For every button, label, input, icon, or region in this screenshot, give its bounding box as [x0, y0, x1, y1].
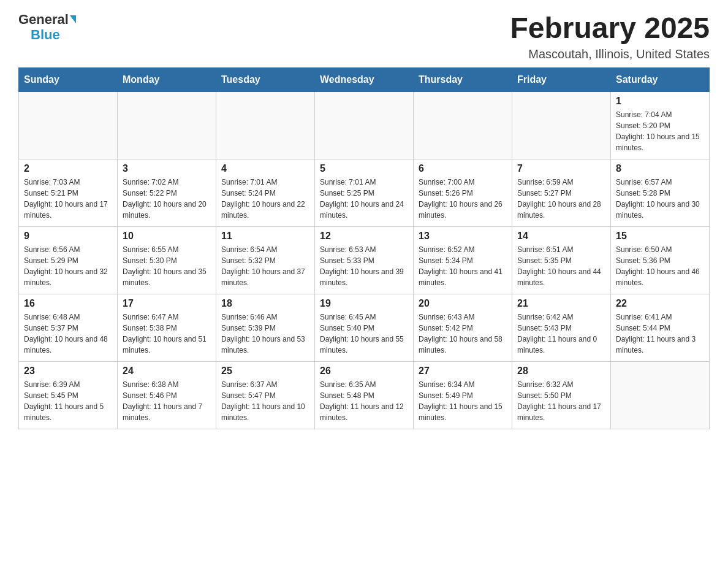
- day-number: 17: [123, 298, 211, 309]
- day-number: 28: [517, 366, 605, 377]
- day-info: Sunrise: 7:03 AM Sunset: 5:21 PM Dayligh…: [24, 177, 112, 221]
- calendar-day-cell: 10Sunrise: 6:55 AM Sunset: 5:30 PM Dayli…: [118, 226, 216, 294]
- calendar-day-cell: 27Sunrise: 6:34 AM Sunset: 5:49 PM Dayli…: [414, 361, 512, 429]
- weekday-header-sunday: Sunday: [19, 67, 118, 91]
- day-info: Sunrise: 6:51 AM Sunset: 5:35 PM Dayligh…: [517, 244, 605, 288]
- calendar-day-cell: 15Sunrise: 6:50 AM Sunset: 5:36 PM Dayli…: [611, 226, 710, 294]
- calendar-day-cell: 20Sunrise: 6:43 AM Sunset: 5:42 PM Dayli…: [414, 294, 512, 361]
- day-number: 8: [616, 163, 704, 174]
- title-block: February 2025 Mascoutah, Illinois, Unite…: [510, 12, 710, 61]
- calendar-day-cell: [118, 91, 216, 159]
- day-number: 14: [517, 231, 605, 242]
- calendar-location: Mascoutah, Illinois, United States: [510, 47, 710, 61]
- day-number: 24: [123, 366, 211, 377]
- day-info: Sunrise: 6:47 AM Sunset: 5:38 PM Dayligh…: [123, 312, 211, 356]
- day-number: 15: [616, 231, 704, 242]
- day-info: Sunrise: 6:43 AM Sunset: 5:42 PM Dayligh…: [419, 312, 507, 356]
- day-info: Sunrise: 6:37 AM Sunset: 5:47 PM Dayligh…: [221, 379, 309, 423]
- calendar-day-cell: 9Sunrise: 6:56 AM Sunset: 5:29 PM Daylig…: [19, 226, 118, 294]
- calendar-day-cell: 26Sunrise: 6:35 AM Sunset: 5:48 PM Dayli…: [315, 361, 414, 429]
- calendar-day-cell: 16Sunrise: 6:48 AM Sunset: 5:37 PM Dayli…: [19, 294, 118, 361]
- day-number: 20: [419, 298, 507, 309]
- calendar-day-cell: [216, 91, 315, 159]
- day-number: 27: [419, 366, 507, 377]
- day-number: 21: [517, 298, 605, 309]
- calendar-day-cell: [19, 91, 118, 159]
- day-info: Sunrise: 6:45 AM Sunset: 5:40 PM Dayligh…: [320, 312, 408, 356]
- logo: General Blue: [18, 12, 76, 43]
- day-info: Sunrise: 6:38 AM Sunset: 5:46 PM Dayligh…: [123, 379, 211, 423]
- day-info: Sunrise: 6:56 AM Sunset: 5:29 PM Dayligh…: [24, 244, 112, 288]
- day-number: 22: [616, 298, 704, 309]
- page-header: General Blue February 2025 Mascoutah, Il…: [18, 12, 710, 61]
- day-info: Sunrise: 6:52 AM Sunset: 5:34 PM Dayligh…: [419, 244, 507, 288]
- day-number: 5: [320, 163, 408, 174]
- calendar-day-cell: 24Sunrise: 6:38 AM Sunset: 5:46 PM Dayli…: [118, 361, 216, 429]
- calendar-day-cell: 4Sunrise: 7:01 AM Sunset: 5:24 PM Daylig…: [216, 159, 315, 226]
- day-info: Sunrise: 6:53 AM Sunset: 5:33 PM Dayligh…: [320, 244, 408, 288]
- calendar-day-cell: 19Sunrise: 6:45 AM Sunset: 5:40 PM Dayli…: [315, 294, 414, 361]
- calendar-week-row: 16Sunrise: 6:48 AM Sunset: 5:37 PM Dayli…: [19, 294, 710, 361]
- calendar-day-cell: 5Sunrise: 7:01 AM Sunset: 5:25 PM Daylig…: [315, 159, 414, 226]
- weekday-header-saturday: Saturday: [611, 67, 710, 91]
- calendar-day-cell: 18Sunrise: 6:46 AM Sunset: 5:39 PM Dayli…: [216, 294, 315, 361]
- calendar-day-cell: 17Sunrise: 6:47 AM Sunset: 5:38 PM Dayli…: [118, 294, 216, 361]
- calendar-week-row: 2Sunrise: 7:03 AM Sunset: 5:21 PM Daylig…: [19, 159, 710, 226]
- day-info: Sunrise: 7:04 AM Sunset: 5:20 PM Dayligh…: [616, 109, 704, 153]
- day-number: 12: [320, 231, 408, 242]
- day-info: Sunrise: 6:48 AM Sunset: 5:37 PM Dayligh…: [24, 312, 112, 356]
- calendar-day-cell: 28Sunrise: 6:32 AM Sunset: 5:50 PM Dayli…: [512, 361, 611, 429]
- calendar-week-row: 9Sunrise: 6:56 AM Sunset: 5:29 PM Daylig…: [19, 226, 710, 294]
- calendar-day-cell: 14Sunrise: 6:51 AM Sunset: 5:35 PM Dayli…: [512, 226, 611, 294]
- calendar-day-cell: 1Sunrise: 7:04 AM Sunset: 5:20 PM Daylig…: [611, 91, 710, 159]
- day-number: 16: [24, 298, 112, 309]
- calendar-day-cell: 8Sunrise: 6:57 AM Sunset: 5:28 PM Daylig…: [611, 159, 710, 226]
- day-number: 23: [24, 366, 112, 377]
- calendar-title: February 2025: [510, 12, 710, 45]
- calendar-day-cell: 7Sunrise: 6:59 AM Sunset: 5:27 PM Daylig…: [512, 159, 611, 226]
- calendar-table: SundayMondayTuesdayWednesdayThursdayFrid…: [18, 67, 710, 429]
- calendar-day-cell: [414, 91, 512, 159]
- day-info: Sunrise: 7:00 AM Sunset: 5:26 PM Dayligh…: [419, 177, 507, 221]
- day-number: 3: [123, 163, 211, 174]
- day-info: Sunrise: 6:41 AM Sunset: 5:44 PM Dayligh…: [616, 312, 704, 356]
- weekday-header-tuesday: Tuesday: [216, 67, 315, 91]
- day-info: Sunrise: 6:34 AM Sunset: 5:49 PM Dayligh…: [419, 379, 507, 423]
- logo-blue-text: Blue: [31, 27, 60, 42]
- day-info: Sunrise: 6:55 AM Sunset: 5:30 PM Dayligh…: [123, 244, 211, 288]
- day-number: 4: [221, 163, 309, 174]
- day-number: 13: [419, 231, 507, 242]
- day-number: 9: [24, 231, 112, 242]
- day-info: Sunrise: 6:46 AM Sunset: 5:39 PM Dayligh…: [221, 312, 309, 356]
- day-number: 26: [320, 366, 408, 377]
- calendar-day-cell: 3Sunrise: 7:02 AM Sunset: 5:22 PM Daylig…: [118, 159, 216, 226]
- day-info: Sunrise: 6:59 AM Sunset: 5:27 PM Dayligh…: [517, 177, 605, 221]
- calendar-week-row: 23Sunrise: 6:39 AM Sunset: 5:45 PM Dayli…: [19, 361, 710, 429]
- calendar-day-cell: 13Sunrise: 6:52 AM Sunset: 5:34 PM Dayli…: [414, 226, 512, 294]
- calendar-header-row: SundayMondayTuesdayWednesdayThursdayFrid…: [19, 67, 710, 91]
- logo-arrow-icon: [70, 15, 76, 23]
- weekday-header-friday: Friday: [512, 67, 611, 91]
- weekday-header-monday: Monday: [118, 67, 216, 91]
- day-info: Sunrise: 7:01 AM Sunset: 5:24 PM Dayligh…: [221, 177, 309, 221]
- logo-general-text: General: [18, 12, 69, 27]
- calendar-day-cell: 2Sunrise: 7:03 AM Sunset: 5:21 PM Daylig…: [19, 159, 118, 226]
- day-info: Sunrise: 6:54 AM Sunset: 5:32 PM Dayligh…: [221, 244, 309, 288]
- calendar-day-cell: 12Sunrise: 6:53 AM Sunset: 5:33 PM Dayli…: [315, 226, 414, 294]
- day-info: Sunrise: 7:01 AM Sunset: 5:25 PM Dayligh…: [320, 177, 408, 221]
- weekday-header-thursday: Thursday: [414, 67, 512, 91]
- day-number: 25: [221, 366, 309, 377]
- calendar-day-cell: [315, 91, 414, 159]
- calendar-day-cell: 21Sunrise: 6:42 AM Sunset: 5:43 PM Dayli…: [512, 294, 611, 361]
- day-number: 6: [419, 163, 507, 174]
- day-number: 10: [123, 231, 211, 242]
- calendar-week-row: 1Sunrise: 7:04 AM Sunset: 5:20 PM Daylig…: [19, 91, 710, 159]
- day-info: Sunrise: 6:42 AM Sunset: 5:43 PM Dayligh…: [517, 312, 605, 356]
- day-info: Sunrise: 7:02 AM Sunset: 5:22 PM Dayligh…: [123, 177, 211, 221]
- day-info: Sunrise: 6:50 AM Sunset: 5:36 PM Dayligh…: [616, 244, 704, 288]
- day-info: Sunrise: 6:39 AM Sunset: 5:45 PM Dayligh…: [24, 379, 112, 423]
- day-number: 2: [24, 163, 112, 174]
- calendar-day-cell: 22Sunrise: 6:41 AM Sunset: 5:44 PM Dayli…: [611, 294, 710, 361]
- calendar-day-cell: 25Sunrise: 6:37 AM Sunset: 5:47 PM Dayli…: [216, 361, 315, 429]
- calendar-day-cell: [512, 91, 611, 159]
